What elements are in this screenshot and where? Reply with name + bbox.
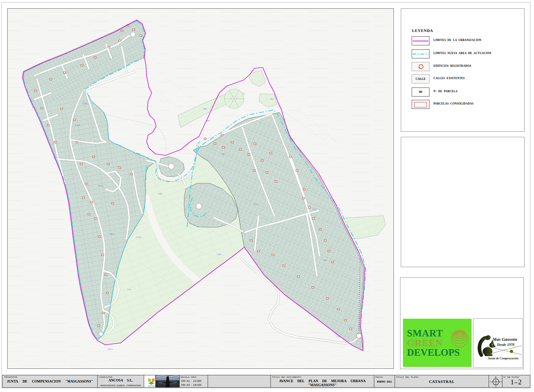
svg-text:Junta de Compensación: Junta de Compensación [488,356,519,360]
svg-text:Mas Gassons: Mas Gassons [492,337,518,342]
svg-text:7612: 7612 [270,98,274,100]
svg-text:7597: 7597 [221,153,225,155]
svg-text:7578: 7578 [253,203,258,205]
svg-text:27609: 27609 [75,124,80,126]
svg-text:Ancosa: Ancosa [147,384,155,387]
svg-text:7549: 7549 [217,253,221,256]
svg-text:Desde 1978: Desde 1978 [497,343,514,347]
svg-text:7579: 7579 [312,208,317,211]
svg-text:7579: 7579 [127,289,131,291]
svg-text:27612: 27612 [98,185,103,187]
svg-text:27608: 27608 [82,102,87,105]
svg-text:7568: 7568 [158,193,162,195]
svg-text:7608: 7608 [203,108,207,110]
svg-text:7584: 7584 [322,259,327,261]
svg-text:36012: 36012 [107,348,113,350]
svg-text:76013: 76013 [109,233,114,235]
svg-text:27574: 27574 [136,236,141,238]
